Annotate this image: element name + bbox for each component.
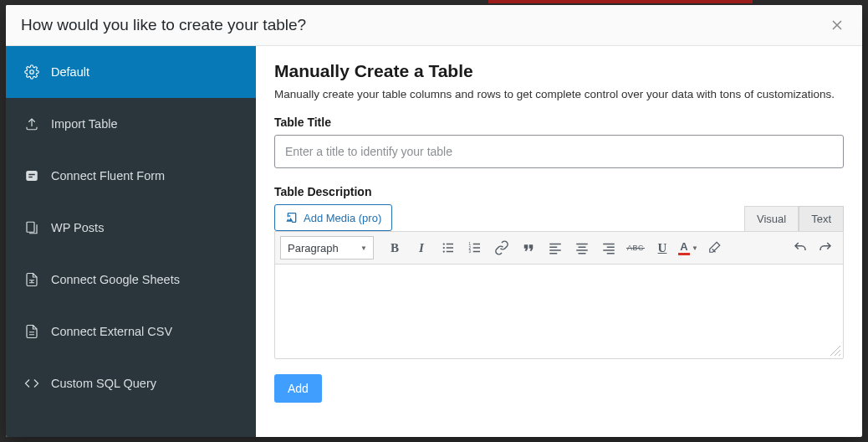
text-color-button[interactable]: A ▼ bbox=[677, 235, 700, 260]
blockquote-button[interactable] bbox=[516, 235, 541, 260]
svg-rect-27 bbox=[607, 247, 615, 249]
close-icon bbox=[832, 20, 842, 30]
strikethrough-icon: ABC bbox=[627, 244, 644, 252]
svg-rect-9 bbox=[447, 244, 453, 245]
svg-rect-16 bbox=[473, 247, 480, 249]
svg-rect-20 bbox=[549, 249, 561, 251]
add-media-button[interactable]: Add Media (pro) bbox=[274, 204, 392, 231]
sidebar-item-label: Connect External CSV bbox=[51, 325, 172, 338]
sidebar-item-wp-posts[interactable]: WP Posts bbox=[6, 202, 256, 254]
quote-icon bbox=[521, 240, 536, 255]
sidebar-item-connect-fluent-form[interactable]: Connect Fluent Form bbox=[6, 150, 256, 202]
main-panel: Manually Create a Table Manually create … bbox=[256, 46, 862, 437]
svg-rect-18 bbox=[549, 244, 561, 245]
sidebar-item-connect-external-csv[interactable]: Connect External CSV bbox=[6, 306, 256, 357]
underline-button[interactable]: U bbox=[650, 235, 675, 260]
redo-icon bbox=[818, 240, 833, 255]
sidebar-item-custom-sql-query[interactable]: Custom SQL Query bbox=[6, 357, 256, 409]
page-accent-bar bbox=[488, 0, 753, 3]
svg-rect-11 bbox=[447, 251, 453, 253]
italic-icon: I bbox=[419, 241, 424, 255]
upload-icon bbox=[24, 116, 39, 131]
modal-title: How would you like to create your table? bbox=[21, 16, 306, 34]
tab-visual[interactable]: Visual bbox=[744, 206, 799, 231]
sidebar-item-connect-google-sheets[interactable]: Connect Google Sheets bbox=[6, 254, 256, 306]
undo-icon bbox=[793, 240, 808, 255]
form-icon bbox=[24, 168, 39, 183]
svg-rect-26 bbox=[603, 244, 615, 245]
svg-point-7 bbox=[443, 247, 445, 249]
sidebar-item-default[interactable]: Default bbox=[6, 46, 256, 98]
clear-formatting-button[interactable] bbox=[702, 235, 727, 260]
sheets-icon bbox=[24, 272, 39, 287]
align-center-icon bbox=[574, 240, 590, 255]
editor-tabs: Visual Text bbox=[744, 206, 844, 231]
gear-icon bbox=[24, 64, 39, 80]
align-left-button[interactable] bbox=[543, 235, 568, 260]
rich-text-editor: Paragraph B I 123 bbox=[274, 231, 844, 359]
chevron-down-icon: ▼ bbox=[692, 244, 698, 252]
svg-rect-29 bbox=[607, 253, 615, 254]
svg-rect-22 bbox=[576, 244, 588, 245]
main-description: Manually create your table columns and r… bbox=[274, 88, 844, 100]
bulleted-list-button[interactable] bbox=[436, 235, 461, 260]
close-button[interactable] bbox=[827, 15, 847, 35]
numbered-list-button[interactable]: 123 bbox=[462, 235, 488, 260]
create-table-modal: How would you like to create your table?… bbox=[6, 5, 862, 437]
align-center-button[interactable] bbox=[569, 235, 595, 260]
sidebar-item-label: Custom SQL Query bbox=[51, 377, 156, 390]
table-description-label: Table Description bbox=[274, 185, 844, 198]
svg-rect-25 bbox=[579, 253, 586, 254]
align-right-button[interactable] bbox=[596, 235, 621, 260]
svg-point-8 bbox=[443, 250, 445, 252]
eraser-icon bbox=[707, 240, 722, 255]
svg-rect-10 bbox=[447, 247, 453, 249]
svg-point-5 bbox=[288, 215, 290, 217]
create-method-sidebar: Default Import Table Connect Fluent Form… bbox=[6, 46, 256, 437]
svg-point-0 bbox=[30, 70, 34, 75]
link-button[interactable] bbox=[489, 235, 514, 260]
svg-rect-19 bbox=[549, 247, 557, 249]
bold-button[interactable]: B bbox=[382, 235, 407, 260]
tab-text[interactable]: Text bbox=[799, 206, 844, 231]
italic-button[interactable]: I bbox=[409, 235, 434, 260]
sidebar-item-label: Connect Fluent Form bbox=[51, 169, 165, 182]
underline-icon: U bbox=[658, 241, 667, 255]
redo-button[interactable] bbox=[813, 235, 838, 260]
text-color-icon: A bbox=[678, 241, 690, 255]
svg-rect-2 bbox=[28, 174, 35, 176]
svg-text:3: 3 bbox=[469, 249, 472, 254]
media-icon bbox=[285, 211, 299, 224]
svg-rect-21 bbox=[549, 253, 557, 254]
posts-icon bbox=[24, 220, 39, 235]
add-media-label: Add Media (pro) bbox=[304, 212, 381, 224]
sidebar-item-import-table[interactable]: Import Table bbox=[6, 98, 256, 150]
svg-rect-28 bbox=[603, 249, 615, 251]
svg-rect-4 bbox=[27, 222, 34, 232]
description-toolbar-row: Add Media (pro) Visual Text bbox=[274, 204, 844, 231]
bulleted-list-icon bbox=[441, 240, 456, 255]
svg-rect-15 bbox=[473, 244, 480, 245]
undo-button[interactable] bbox=[788, 235, 813, 260]
svg-rect-23 bbox=[579, 247, 586, 249]
add-button[interactable]: Add bbox=[274, 374, 322, 403]
editor-toolbar: Paragraph B I 123 bbox=[275, 232, 843, 265]
svg-point-6 bbox=[443, 243, 445, 244]
modal-header: How would you like to create your table? bbox=[6, 5, 862, 46]
description-textarea[interactable] bbox=[275, 265, 843, 358]
svg-rect-1 bbox=[26, 171, 38, 181]
modal-body: Default Import Table Connect Fluent Form… bbox=[6, 46, 862, 437]
csv-file-icon bbox=[24, 324, 39, 339]
table-title-input[interactable] bbox=[274, 135, 844, 168]
main-title: Manually Create a Table bbox=[274, 61, 844, 81]
link-icon bbox=[494, 240, 509, 255]
sidebar-item-label: Connect Google Sheets bbox=[51, 273, 180, 286]
table-title-label: Table Title bbox=[274, 116, 844, 129]
numbered-list-icon: 123 bbox=[467, 240, 483, 255]
sidebar-item-label: Default bbox=[51, 65, 89, 79]
svg-rect-3 bbox=[28, 177, 33, 178]
sidebar-item-label: WP Posts bbox=[51, 221, 104, 234]
sidebar-item-label: Import Table bbox=[51, 117, 118, 131]
paragraph-format-select[interactable]: Paragraph bbox=[280, 236, 374, 260]
strikethrough-button[interactable]: ABC bbox=[623, 235, 648, 260]
